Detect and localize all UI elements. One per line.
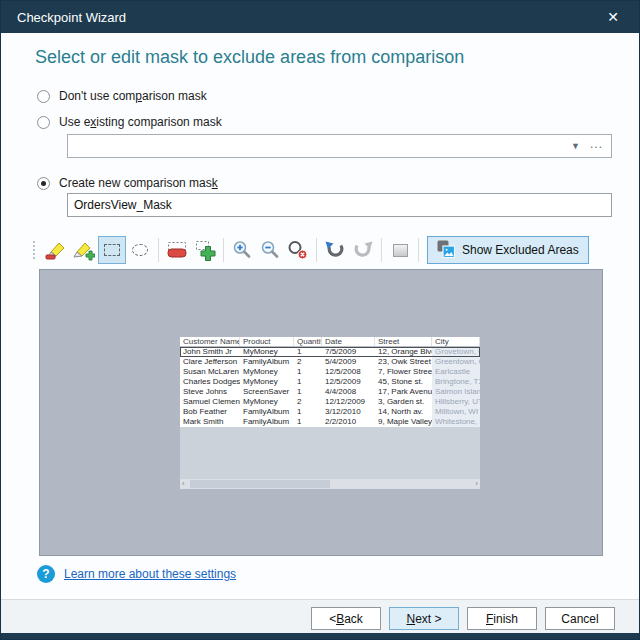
radio-circle[interactable]: [37, 90, 50, 103]
grid-row: Susan McLarenMyMoney112/5/20087, Flower …: [180, 367, 480, 377]
grid-cell: 3, Garden st.: [375, 397, 432, 407]
radio-label: Don't use comparison mask: [59, 89, 207, 103]
grid-cell: MyMoney: [240, 377, 294, 387]
grid-cell: MyMoney: [240, 367, 294, 377]
grid-cell: 12/5/2009: [322, 377, 375, 387]
toolbar-separator: [418, 238, 419, 262]
radio-dont-use-mask[interactable]: Don't use comparison mask: [37, 89, 207, 103]
grid-cell: FamilyAlbum: [240, 407, 294, 417]
rectangular-selection-icon[interactable]: [98, 236, 126, 264]
grid-cell: 9, Maple Valley: [375, 417, 432, 427]
radio-use-existing-mask[interactable]: Use existing comparison mask: [37, 115, 222, 129]
grid-cell: Clare Jefferson: [180, 357, 240, 367]
title-bar: Checkpoint Wizard ✕: [1, 1, 639, 33]
grid-cell: 12/12/2009: [322, 397, 375, 407]
grid-cell: 2: [294, 357, 322, 367]
grid-cell: John Smith Jr: [180, 347, 240, 357]
toolbar-separator: [381, 238, 382, 262]
finish-button[interactable]: Finish: [467, 607, 537, 630]
zoom-out-icon[interactable]: [256, 236, 284, 264]
image-horizontal-scrollbar[interactable]: ‹ ›: [180, 479, 480, 489]
grid-header-row: Customer NameProductQuantityDateStreetCi…: [180, 337, 480, 347]
grid-cell-excluded: Bringtone, TX: [432, 377, 480, 387]
checkpoint-wizard-dialog: Checkpoint Wizard ✕ Select or edit mask …: [0, 0, 640, 640]
grid-cell: 23, Owk Street: [375, 357, 432, 367]
grid-cell-excluded: Milltown, WI: [432, 407, 480, 417]
exclude-marker-icon[interactable]: [42, 236, 70, 264]
include-marker-icon[interactable]: [70, 236, 98, 264]
help-question-icon[interactable]: ?: [37, 565, 55, 583]
radio-label: Create new comparison mask: [59, 176, 218, 190]
grid-cell: Mark Smith: [180, 417, 240, 427]
grid-cell: 2: [294, 397, 322, 407]
grid-cell: 1: [294, 387, 322, 397]
grid-cell: Susan McLaren: [180, 367, 240, 377]
grid-rows: John Smith JrMyMoney17/5/200912, Orange …: [180, 347, 480, 427]
scrollbar-thumb[interactable]: [190, 480, 330, 488]
add-area-icon[interactable]: [191, 236, 219, 264]
grid-row: Mark SmithFamilyAlbum12/2/20109, Maple V…: [180, 417, 480, 427]
frame-icon[interactable]: [386, 236, 414, 264]
grid-cell-excluded: Earlcastle: [432, 367, 480, 377]
scroll-left-icon[interactable]: ‹: [182, 479, 185, 489]
mask-preview-canvas[interactable]: Customer NameProductQuantityDateStreetCi…: [39, 269, 603, 556]
show-excluded-areas-button[interactable]: Show Excluded Areas: [427, 236, 589, 264]
grid-cell: Samuel Clemens: [180, 397, 240, 407]
grid-cell: MyMoney: [240, 347, 294, 357]
grid-cell: 14, North av.: [375, 407, 432, 417]
show-excluded-areas-label: Show Excluded Areas: [462, 243, 579, 257]
grid-cell: 12/5/2008: [322, 367, 375, 377]
grid-cell-excluded: Grovetown, CA: [432, 347, 480, 357]
grid-row: John Smith JrMyMoney17/5/200912, Orange …: [180, 347, 480, 357]
grid-cell: Bob Feather: [180, 407, 240, 417]
close-icon[interactable]: ✕: [601, 7, 625, 27]
radio-circle-checked[interactable]: [37, 177, 50, 190]
grid-cell: 3/12/2010: [322, 407, 375, 417]
redo-icon[interactable]: [349, 236, 377, 264]
grid-cell-excluded: Salmon Island: [432, 387, 480, 397]
elliptical-selection-icon[interactable]: [126, 236, 154, 264]
remove-area-icon[interactable]: [163, 236, 191, 264]
grid-cell: 1: [294, 417, 322, 427]
undo-icon[interactable]: [321, 236, 349, 264]
existing-mask-combobox[interactable]: ▼ ...: [67, 134, 612, 158]
radio-label: Use existing comparison mask: [59, 115, 222, 129]
grid-cell: 45, Stone st.: [375, 377, 432, 387]
grid-row: Clare JeffersonFamilyAlbum25/4/200923, O…: [180, 357, 480, 367]
chevron-down-icon[interactable]: ▼: [563, 141, 588, 151]
show-excluded-areas-icon: [437, 240, 455, 261]
grid-cell: 1: [294, 377, 322, 387]
grid-cell-excluded: Hillsberry, UT: [432, 397, 480, 407]
new-mask-name-input[interactable]: [67, 193, 612, 217]
toolbar-separator: [223, 238, 224, 262]
grid-row: Steve JohnsScreenSaver14/4/200817, Park …: [180, 387, 480, 397]
browse-ellipsis-button[interactable]: ...: [588, 137, 611, 155]
cancel-button[interactable]: Cancel: [545, 607, 615, 630]
grid-cell: 5/4/2009: [322, 357, 375, 367]
grid-cell-excluded: Whitestone, Brit: [432, 417, 480, 427]
mask-toolbar: Show Excluded Areas: [31, 233, 589, 267]
learn-more-link[interactable]: Learn more about these settings: [64, 567, 236, 581]
toolbar-separator: [158, 238, 159, 262]
radio-create-new-mask[interactable]: Create new comparison mask: [37, 176, 218, 190]
grid-cell: 1: [294, 347, 322, 357]
grid-cell: 7, Flower Street: [375, 367, 432, 377]
reset-zoom-icon[interactable]: [284, 236, 312, 264]
help-row: ? Learn more about these settings: [37, 565, 236, 583]
next-button[interactable]: Next >: [389, 607, 459, 630]
toolbar-grip-handle[interactable]: [31, 239, 37, 261]
grid-cell: 2/2/2010: [322, 417, 375, 427]
toolbar-separator: [316, 238, 317, 262]
zoom-in-icon[interactable]: [228, 236, 256, 264]
back-button[interactable]: < Back: [311, 607, 381, 630]
grid-cell: 17, Park Avenue: [375, 387, 432, 397]
grid-cell: 7/5/2009: [322, 347, 375, 357]
grid-cell: Steve Johns: [180, 387, 240, 397]
grid-cell: FamilyAlbum: [240, 417, 294, 427]
radio-circle[interactable]: [37, 116, 50, 129]
captured-image: Customer NameProductQuantityDateStreetCi…: [180, 337, 480, 489]
grid-cell: 4/4/2008: [322, 387, 375, 397]
captured-grid-image: Customer NameProductQuantityDateStreetCi…: [180, 337, 480, 427]
scroll-right-icon[interactable]: ›: [475, 479, 478, 489]
page-title: Select or edit mask to exclude areas fro…: [35, 47, 464, 68]
